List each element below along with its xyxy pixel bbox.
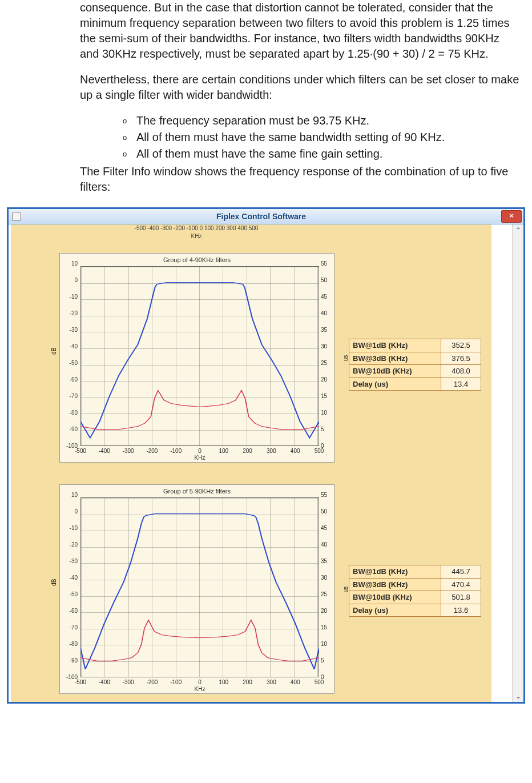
tick: 45 <box>321 293 327 301</box>
value: 376.5 <box>441 352 481 365</box>
tick: 25 <box>321 359 327 367</box>
label: BW@3dB (KHz) <box>349 352 441 365</box>
value: 445.7 <box>441 565 481 579</box>
tick: -40 <box>70 343 78 351</box>
info-table-1: BW@1dB (KHz)352.5 BW@3dB (KHz)376.5 BW@1… <box>349 339 481 391</box>
tick: 10 <box>71 260 78 268</box>
top-axis-ticks: -500 -400 -300 -200 -100 0 100 200 300 4… <box>59 224 333 232</box>
tick: -60 <box>70 607 78 615</box>
value: 13.4 <box>441 378 481 391</box>
tick: 40 <box>321 310 327 318</box>
plot-title: Group of 4-90KHz filters <box>60 256 334 264</box>
value: 352.5 <box>441 339 481 352</box>
list-item: oAll of them must have the same fine gai… <box>123 146 519 162</box>
table-row: Delay (us)13.4 <box>349 378 481 391</box>
scroll-down-button[interactable]: ⌄ <box>513 690 523 702</box>
list-text: The frequency separation must be 93.75 K… <box>136 114 369 127</box>
tick: -40 <box>70 574 78 582</box>
tick: -10 <box>70 293 78 301</box>
x-axis-label: KHz <box>80 685 319 693</box>
tick: -70 <box>70 624 78 632</box>
label: BW@1dB (KHz) <box>349 339 441 352</box>
y-left-ticks: 10 0 -10 -20 -30 -40 -50 -60 -70 -80 -90… <box>62 264 79 446</box>
table-row: BW@1dB (KHz)445.7 <box>349 565 481 579</box>
list-item: oThe frequency separation must be 93.75 … <box>123 113 519 129</box>
paragraph-1: consequence. But in the case that distor… <box>80 0 519 62</box>
tick: 55 <box>321 491 327 499</box>
tick: 35 <box>321 326 327 334</box>
tick: 10 <box>71 491 78 499</box>
table-row: BW@3dB (KHz)376.5 <box>349 352 481 365</box>
tick: 20 <box>321 607 327 615</box>
tick: -50 <box>70 359 78 367</box>
tick: 0 <box>74 508 78 516</box>
tick: 50 <box>321 508 327 516</box>
tick: 20 <box>321 376 327 384</box>
tick: -70 <box>70 392 78 400</box>
app-icon <box>12 212 21 221</box>
tick: -60 <box>70 376 78 384</box>
label: BW@3dB (KHz) <box>349 578 441 591</box>
table-row: Delay (us)13.6 <box>349 604 481 617</box>
y-left-label: dB <box>50 347 58 354</box>
label: Delay (us) <box>349 604 441 617</box>
tick: 5 <box>321 657 324 665</box>
value: 501.8 <box>441 591 481 604</box>
tick: 40 <box>321 541 327 549</box>
table-row: BW@10dB (KHz)408.0 <box>349 365 481 378</box>
tick: 25 <box>321 591 327 599</box>
tick: 0 <box>74 276 78 284</box>
list-text: All of them must have the same bandwidth… <box>136 131 445 143</box>
plot-title: Group of 5-90KHz filters <box>60 487 334 496</box>
close-button[interactable]: × <box>501 210 522 223</box>
table-row: BW@3dB (KHz)470.4 <box>349 578 481 591</box>
table-row: BW@10dB (KHz)501.8 <box>349 591 481 604</box>
tick: 5 <box>321 425 324 433</box>
plot-group-4: Group of 4-90KHz filters 10 0 -10 -20 -3… <box>59 253 334 463</box>
tick: -90 <box>70 425 78 433</box>
value: 13.6 <box>441 604 481 617</box>
trace-magnitude <box>80 283 319 438</box>
app-window: Fiplex Control Software × -500 -400 -300… <box>7 207 525 704</box>
trace-delay <box>80 620 319 661</box>
tick: -30 <box>70 557 78 565</box>
paragraph-2: Nevertheless, there are certain conditio… <box>80 72 519 103</box>
value: 408.0 <box>441 365 481 378</box>
plot-svg <box>80 497 319 677</box>
y-right-ticks: 55 50 45 40 35 30 25 20 15 10 5 0 <box>320 264 332 446</box>
trace-delay <box>80 391 319 430</box>
tick: -30 <box>70 326 78 334</box>
top-axis-remnant: -500 -400 -300 -200 -100 0 100 200 300 4… <box>59 224 333 240</box>
x-ticks: -500 -400 -300 -200 -100 0 100 200 300 4… <box>80 447 319 461</box>
tick: -80 <box>70 409 78 417</box>
value: 470.4 <box>441 578 481 591</box>
list-item: oAll of them must have the same bandwidt… <box>123 130 519 145</box>
tick: 55 <box>321 260 327 268</box>
x-axis-label: KHz <box>80 454 319 462</box>
tick: 45 <box>321 524 327 532</box>
client-area: -500 -400 -300 -200 -100 0 100 200 300 4… <box>9 224 523 702</box>
tick: 15 <box>321 624 327 632</box>
tick: -90 <box>70 657 78 665</box>
content-panel: -500 -400 -300 -200 -100 0 100 200 300 4… <box>11 224 491 702</box>
tick: 50 <box>321 276 327 284</box>
tick: 35 <box>321 557 327 565</box>
plot-svg <box>80 266 319 446</box>
tick: -80 <box>70 640 78 648</box>
title-bar[interactable]: Fiplex Control Software × <box>9 209 523 224</box>
tick: 30 <box>321 574 327 582</box>
plot-group-5: Group of 5-90KHz filters 10 0 -10 -20 -3… <box>59 484 334 694</box>
tick: -10 <box>70 524 78 532</box>
scroll-up-button[interactable]: ⌃ <box>513 224 523 236</box>
table-row: BW@1dB (KHz)352.5 <box>349 339 481 352</box>
info-table-2: BW@1dB (KHz)445.7 BW@3dB (KHz)470.4 BW@1… <box>349 565 481 617</box>
trace-magnitude <box>80 514 319 669</box>
vertical-scrollbar[interactable]: ⌃ ⌄ <box>512 224 523 702</box>
y-right-ticks: 55 50 45 40 35 30 25 20 15 10 5 0 <box>320 495 332 677</box>
top-axis-label: KHz <box>59 232 333 240</box>
tick: -50 <box>70 591 78 599</box>
conditions-list: oThe frequency separation must be 93.75 … <box>80 113 519 162</box>
label: BW@10dB (KHz) <box>349 365 441 378</box>
window-title: Fiplex Control Software <box>21 211 501 222</box>
tick: 10 <box>321 409 327 417</box>
